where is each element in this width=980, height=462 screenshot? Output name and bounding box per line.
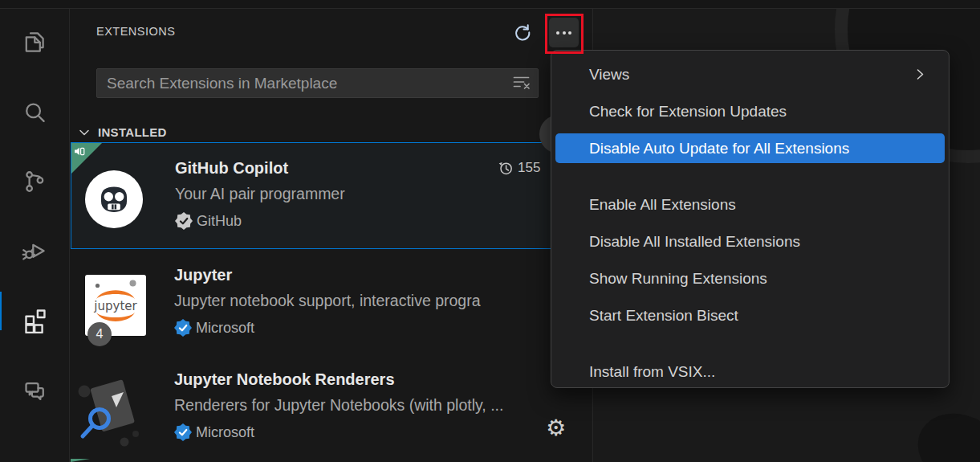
history-clock-icon — [498, 160, 514, 176]
titlebar-strip — [0, 0, 980, 9]
extension-name: Jupyter Notebook Renderers — [174, 370, 395, 389]
extension-publisher: Microsoft — [174, 319, 254, 337]
sidebar-item-source-control[interactable] — [0, 159, 69, 204]
verified-publisher-icon — [174, 423, 192, 441]
more-actions-button[interactable] — [549, 18, 579, 47]
run-debug-icon — [21, 237, 48, 264]
extension-description: Jupyter notebook support, interactive pr… — [174, 292, 551, 310]
active-view-indicator — [0, 292, 2, 330]
extension-description: Renderers for Jupyter Notebooks (with pl… — [174, 396, 579, 415]
menu-item-start-extension-bisect[interactable]: Start Extension Bisect — [555, 301, 945, 330]
chevron-down-icon — [78, 126, 91, 139]
files-icon — [21, 28, 48, 55]
menu-item-install-from-vsix[interactable]: Install from VSIX... — [555, 357, 945, 386]
sidebar-item-run-debug[interactable] — [0, 228, 69, 273]
vscode-window: EXTENSIONS INSTALLED — [0, 0, 980, 462]
section-installed-label: INSTALLED — [98, 125, 167, 139]
notebook-renderers-icon — [75, 372, 151, 448]
extension-description: Your AI pair programmer — [175, 185, 580, 203]
preview-speaker-icon — [74, 146, 85, 157]
chat-icon — [21, 377, 48, 404]
extension-row-github-copilot[interactable]: GitHub Copilot Your AI pair programmer G… — [71, 142, 593, 249]
extension-name: Jupyter — [174, 266, 232, 284]
sidebar-item-chat[interactable] — [0, 368, 69, 413]
extension-update-count: 155 — [498, 160, 540, 176]
search-box — [96, 68, 539, 98]
manage-gear-icon[interactable]: ⚙ — [546, 417, 566, 440]
menu-item-show-running-extensions[interactable]: Show Running Extensions — [555, 264, 945, 293]
menu-item-views[interactable]: Views — [555, 59, 945, 89]
more-actions-context-menu: Views Check for Extension Updates Disabl… — [551, 50, 950, 388]
activity-bar — [0, 9, 70, 462]
extension-publisher: Microsoft — [174, 423, 254, 441]
chevron-right-icon — [913, 67, 927, 81]
extensions-icon — [20, 305, 49, 334]
extension-name: GitHub Copilot — [175, 159, 288, 178]
github-copilot-avatar — [85, 170, 143, 228]
menu-item-enable-all-extensions[interactable]: Enable All Extensions — [555, 190, 945, 219]
refresh-button[interactable] — [509, 19, 535, 45]
sidebar-title: EXTENSIONS — [96, 25, 175, 38]
source-control-icon — [21, 168, 48, 195]
menu-item-check-for-extension-updates[interactable]: Check for Extension Updates — [555, 96, 945, 126]
svg-text:jupyter: jupyter — [93, 299, 137, 313]
search-input[interactable] — [97, 69, 538, 97]
sidebar-item-extensions[interactable] — [0, 297, 69, 342]
copilot-logo-icon — [95, 180, 133, 219]
decorative-blob — [906, 400, 980, 462]
refresh-icon — [511, 22, 533, 43]
ellipsis-icon — [556, 31, 559, 35]
filter-clear-icon[interactable] — [512, 74, 531, 92]
menu-item-disable-all-installed-extensions[interactable]: Disable All Installed Extensions — [555, 227, 945, 256]
verified-publisher-icon — [174, 319, 192, 337]
search-icon — [21, 99, 48, 126]
extension-row-jupyter-renderers[interactable]: Jupyter Notebook Renderers Renderers for… — [71, 354, 592, 460]
sidebar-item-explorer[interactable] — [0, 19, 69, 64]
extension-row-jupyter[interactable]: jupyter 4 Jupyter Jupyter notebook suppo… — [71, 250, 592, 355]
menu-item-disable-auto-update-all[interactable]: Disable Auto Update for All Extensions — [555, 133, 945, 163]
sidebar-item-search[interactable] — [0, 90, 69, 135]
verified-publisher-icon — [175, 212, 193, 230]
extension-count-badge: 4 — [87, 322, 112, 346]
extension-publisher: GitHub — [175, 212, 242, 230]
